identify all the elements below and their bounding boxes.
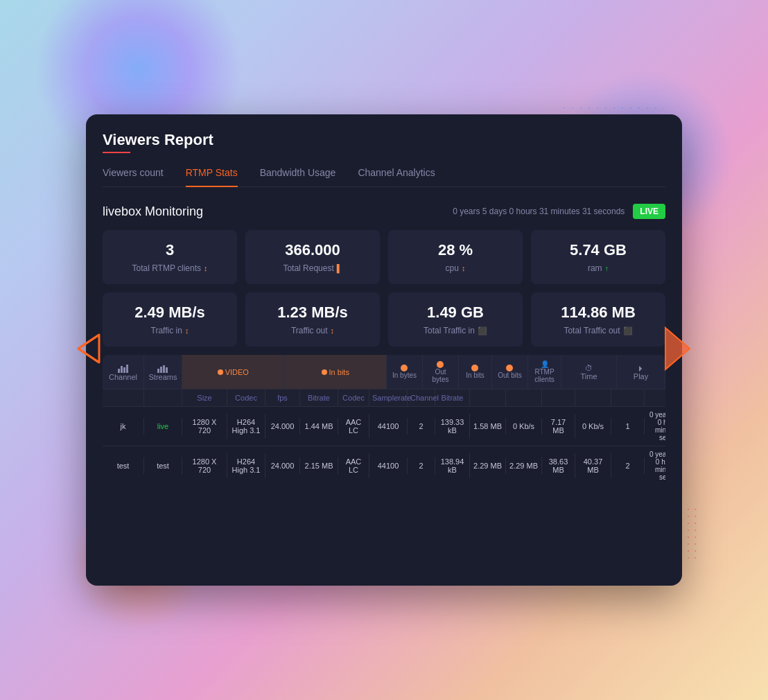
th-inbytes — [470, 390, 506, 406]
td-outbits-1: 0 Kb/s — [575, 418, 611, 435]
svg-marker-3 — [665, 328, 690, 369]
th-streams — [144, 390, 182, 406]
stat-traffic-out: 1.23 MB/s Traffic out ↕ — [245, 292, 380, 347]
table-row: test test 1280 X 720 H264 High 3.1 24.00… — [103, 446, 665, 485]
main-card: Viewers Report Viewers count RTMP Stats … — [86, 114, 682, 586]
td-time-2: 0 years 0 days 0 hours 30 minutes 24 sec… — [645, 446, 665, 485]
stat-label-request: Total Request ▌ — [256, 263, 369, 273]
tab-viewers-count[interactable]: Viewers count — [103, 167, 164, 186]
tab-rtmp-stats[interactable]: RTMP Stats — [186, 167, 238, 186]
th-outbits — [575, 390, 611, 406]
td-abitrate-1: 139.33 kB — [435, 414, 470, 439]
monitoring-header: livebox Monitoring 0 years 5 days 0 hour… — [103, 204, 665, 219]
th-channel — [103, 390, 144, 406]
td-chan-2: 2 — [408, 457, 435, 474]
td-stream-2: test — [144, 457, 182, 474]
td-acodec-2: AAC LC — [338, 453, 369, 478]
col-audio-group: In bits — [285, 355, 387, 389]
td-fps-1: 24.000 — [265, 418, 300, 435]
table-group-headers: Channel Streams VIDEO In bits In — [103, 355, 665, 390]
stat-label-total-traffic-out: Total Traffic out ⬛ — [542, 326, 654, 335]
monitoring-right: 0 years 5 days 0 hours 31 minutes 31 sec… — [453, 204, 665, 219]
stat-value-ram: 5.74 GB — [542, 241, 654, 259]
th-size: Size — [182, 390, 227, 406]
col-out-bytes: Out bytes — [423, 355, 459, 389]
tabs-container: Viewers count RTMP Stats Bandwidth Usage… — [103, 167, 665, 187]
svg-rect-11 — [166, 367, 168, 373]
td-codec-1: H264 High 3.1 — [227, 414, 265, 439]
svg-line-1 — [78, 335, 99, 349]
td-codec-2: H264 High 3.1 — [227, 453, 265, 478]
th-acodec: Codec — [338, 390, 369, 406]
stat-value-traffic-in: 2.49 MB/s — [114, 304, 226, 322]
col-channel: Channel — [103, 355, 144, 389]
stat-value-rtmp: 3 — [114, 241, 226, 259]
page-title: Viewers Report — [103, 131, 665, 149]
td-fps-2: 24.000 — [265, 457, 300, 474]
td-chan-1: 2 — [408, 418, 435, 435]
live-badge: LIVE — [633, 204, 665, 219]
td-acodec-1: AAC LC — [338, 414, 369, 439]
monitoring-title: livebox Monitoring — [103, 204, 203, 219]
col-streams: Streams — [144, 355, 182, 389]
col-in-bits: In bits — [459, 355, 492, 389]
col-in-bytes: In bytes — [387, 355, 423, 389]
stat-ram: 5.74 GB ram ↑ — [531, 230, 665, 284]
td-size-2: 1280 X 720 — [182, 453, 227, 478]
streams-table: Channel Streams VIDEO In bits In — [103, 355, 665, 485]
col-out-bits: Out bits — [492, 355, 528, 389]
stat-value-traffic-out: 1.23 MB/s — [256, 304, 369, 322]
th-channel-audio: Channel — [408, 390, 435, 406]
td-rtmp-1: 1 — [611, 418, 645, 435]
th-fps: fps — [265, 390, 300, 406]
tab-bandwidth-usage[interactable]: Bandwidth Usage — [260, 167, 336, 186]
tab-channel-analytics[interactable]: Channel Analytics — [358, 167, 435, 186]
stat-label-total-traffic-in: Total Traffic in ⬛ — [399, 326, 512, 335]
stat-label-rtmp: Total RTMP clients ↕ — [114, 263, 226, 273]
th-inbits — [542, 390, 575, 406]
right-arrow[interactable] — [658, 324, 693, 376]
td-channel-2: test — [103, 457, 144, 474]
td-inbits-2: 38.63 MB — [542, 453, 575, 478]
th-samplerate: Samplerate — [369, 390, 408, 406]
td-bitrate-1: 1.44 MB — [300, 418, 338, 435]
left-arrow[interactable] — [75, 331, 103, 369]
col-rtmp-clients: 👤 RTMP clients — [528, 355, 561, 389]
stat-traffic-in: 2.49 MB/s Traffic in ↕ — [103, 292, 237, 347]
stat-value-request: 366.000 — [256, 241, 369, 259]
stat-total-request: 366.000 Total Request ▌ — [245, 230, 380, 284]
stat-total-traffic-in: 1.49 GB Total Traffic in ⬛ — [388, 292, 523, 347]
svg-rect-9 — [160, 367, 162, 373]
td-outbytes-1: 0 Kb/s — [506, 418, 542, 435]
td-bitrate-2: 2.15 MB — [300, 457, 338, 474]
svg-rect-5 — [121, 366, 123, 373]
title-underline — [103, 152, 130, 153]
uptime-text: 0 years 5 days 0 hours 31 minutes 31 sec… — [453, 207, 625, 216]
svg-marker-0 — [78, 335, 99, 362]
td-inbits-1: 7.17 MB — [542, 414, 575, 439]
th-outbytes — [506, 390, 542, 406]
stats-row-1: 3 Total RTMP clients ↕ 366.000 Total Req… — [103, 230, 665, 284]
td-sr-1: 44100 — [369, 418, 408, 435]
td-channel-1: jk — [103, 418, 144, 435]
svg-rect-7 — [126, 365, 128, 373]
stat-value-total-traffic-out: 114.86 MB — [542, 304, 654, 322]
stat-label-traffic-out: Traffic out ↕ — [256, 326, 369, 335]
td-abitrate-2: 138.94 kB — [435, 453, 470, 478]
td-time-1: 0 years 0 days 0 hours 0 minutes 38 seco… — [645, 407, 665, 446]
td-rtmp-2: 2 — [611, 457, 645, 474]
td-inbytes-2: 2.29 MB — [470, 457, 506, 474]
td-inbytes-1: 1.58 MB — [470, 418, 506, 435]
table-row: jk live 1280 X 720 H264 High 3.1 24.000 … — [103, 407, 665, 446]
stats-row-2: 2.49 MB/s Traffic in ↕ 1.23 MB/s Traffic… — [103, 292, 665, 347]
stat-cpu: 28 % cpu ↕ — [388, 230, 523, 284]
th-time — [645, 390, 665, 406]
th-codec: Codec — [227, 390, 265, 406]
stat-label-cpu: cpu ↕ — [399, 263, 512, 273]
td-sr-2: 44100 — [369, 457, 408, 474]
table-sub-headers: Size Codec fps Bitrate Codec Samplerate … — [103, 390, 665, 407]
td-stream-1: live — [144, 418, 182, 435]
svg-rect-6 — [123, 367, 125, 373]
th-rtmp — [611, 390, 645, 406]
stat-value-total-traffic-in: 1.49 GB — [399, 304, 512, 322]
